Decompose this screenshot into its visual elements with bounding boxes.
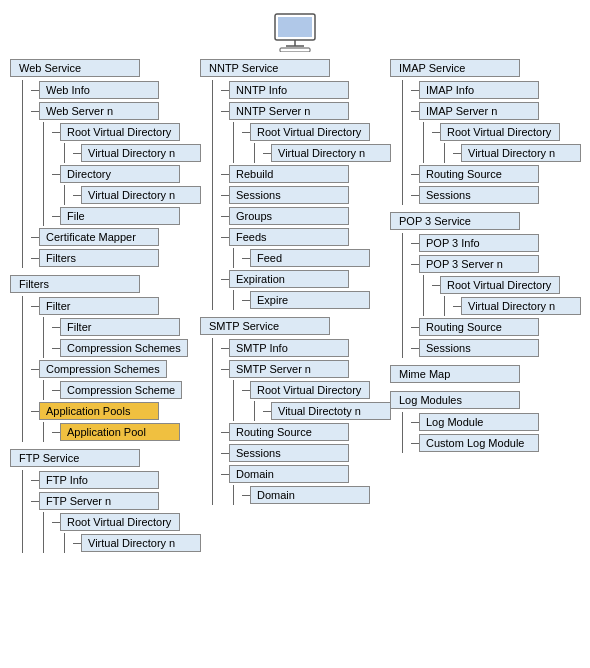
node-box: Filter: [39, 297, 159, 315]
svg-rect-1: [278, 17, 312, 37]
node-box: Domain: [250, 486, 370, 504]
tree-item: Root Virtual Directory: [432, 122, 580, 142]
tree-item: Certificate Mapper: [31, 227, 200, 247]
tree-item: Expiration: [221, 269, 390, 289]
tree-item: Routing Source: [221, 422, 390, 442]
section: SMTP ServiceSMTP InfoSMTP Server nRoot V…: [200, 315, 390, 506]
section: IMAP ServiceIMAP InfoIMAP Server nRoot V…: [390, 57, 580, 206]
section-header: FTP Service: [10, 449, 140, 467]
tree-item: SMTP Server n: [221, 359, 390, 379]
tree-item: Sessions: [411, 338, 580, 358]
node-box: Root Virtual Directory: [440, 276, 560, 294]
tree-item: Log Module: [411, 412, 580, 432]
tree-item: Web Server n: [31, 101, 200, 121]
section-header: POP 3 Service: [390, 212, 520, 230]
tree-item: Virtual Directory n: [453, 143, 580, 163]
tree-item: Virtual Directory n: [73, 533, 200, 553]
tree-item: FTP Server n: [31, 491, 200, 511]
tree-item: Groups: [221, 206, 390, 226]
node-box: SMTP Server n: [229, 360, 349, 378]
node-box: Filter: [60, 318, 180, 336]
node-box: Routing Source: [419, 165, 539, 183]
tree-item: Virtual Directory n: [453, 296, 580, 316]
section: FTP ServiceFTP InfoFTP Server nRoot Virt…: [10, 447, 200, 554]
tree-item: Routing Source: [411, 317, 580, 337]
tree-item: IMAP Info: [411, 80, 580, 100]
tree-item: Web Info: [31, 80, 200, 100]
tree-item: Root Virtual Directory: [432, 275, 580, 295]
node-box: POP 3 Server n: [419, 255, 539, 273]
tree-item: Domain: [242, 485, 390, 505]
tree-item: Application Pools: [31, 401, 200, 421]
column-2: NNTP ServiceNNTP InfoNNTP Server nRoot V…: [200, 57, 390, 510]
section: POP 3 ServicePOP 3 InfoPOP 3 Server nRoo…: [390, 210, 580, 359]
node-box: Expiration: [229, 270, 349, 288]
tree-item: Sessions: [411, 185, 580, 205]
node-box: File: [60, 207, 180, 225]
node-box: Sessions: [419, 186, 539, 204]
tree-item: Feed: [242, 248, 390, 268]
node-box: Web Info: [39, 81, 159, 99]
tree-item: Filter: [52, 317, 200, 337]
node-box: Virtual Directory n: [81, 534, 201, 552]
tree-item: Application Pool: [52, 422, 200, 442]
section: Mime Map: [390, 363, 580, 385]
tree-item: Root Virtual Directory: [52, 512, 200, 532]
section-header: NNTP Service: [200, 59, 330, 77]
node-box: NNTP Info: [229, 81, 349, 99]
tree-item: Filters: [31, 248, 200, 268]
column-1: Web ServiceWeb InfoWeb Server nRoot Virt…: [10, 57, 200, 558]
node-box: Virtual Directory n: [271, 144, 391, 162]
section-header: Web Service: [10, 59, 140, 77]
tree-item: Root Virtual Directory: [242, 380, 390, 400]
tree-item: NNTP Info: [221, 80, 390, 100]
node-box: Virtual Directory n: [81, 144, 201, 162]
section-header: Mime Map: [390, 365, 520, 383]
diagram: Web ServiceWeb InfoWeb Server nRoot Virt…: [0, 0, 590, 568]
tree-item: Routing Source: [411, 164, 580, 184]
node-box: Root Virtual Directory: [250, 123, 370, 141]
node-box: Routing Source: [419, 318, 539, 336]
tree-item: Virtual Directory n: [263, 143, 390, 163]
tree-item: Domain: [221, 464, 390, 484]
node-box: Virtual Directory n: [461, 297, 581, 315]
tree-item: Feeds: [221, 227, 390, 247]
node-box: NNTP Server n: [229, 102, 349, 120]
tree-item: Expire: [242, 290, 390, 310]
node-box: Compression Scheme: [60, 381, 182, 399]
node-box: Root Virtual Directory: [250, 381, 370, 399]
tree-item: Directory: [52, 164, 200, 184]
tree-item: SMTP Info: [221, 338, 390, 358]
svg-rect-4: [280, 48, 310, 52]
tree-item: Rebuild: [221, 164, 390, 184]
tree-item: Virtual Directory n: [73, 143, 200, 163]
tree-item: Compression Schemes: [52, 338, 200, 358]
node-box: FTP Info: [39, 471, 159, 489]
node-box: Sessions: [229, 186, 349, 204]
tree-item: IMAP Server n: [411, 101, 580, 121]
node-box: Vitual Directoty n: [271, 402, 391, 420]
node-box: Application Pool: [60, 423, 180, 441]
node-box: Compression Schemes: [39, 360, 167, 378]
computer-container: [10, 10, 580, 52]
node-box: Feed: [250, 249, 370, 267]
node-box: Certificate Mapper: [39, 228, 159, 246]
node-box: Virtual Directory n: [81, 186, 201, 204]
section: Web ServiceWeb InfoWeb Server nRoot Virt…: [10, 57, 200, 269]
tree-item: Virtual Directory n: [73, 185, 200, 205]
tree-item: NNTP Server n: [221, 101, 390, 121]
tree-item: Filter: [31, 296, 200, 316]
node-box: Routing Source: [229, 423, 349, 441]
node-box: Rebuild: [229, 165, 349, 183]
node-box: Domain: [229, 465, 349, 483]
tree-item: Root Virtual Directory: [242, 122, 390, 142]
node-box: FTP Server n: [39, 492, 159, 510]
node-box: Filters: [39, 249, 159, 267]
node-box: Sessions: [419, 339, 539, 357]
tree-item: Vitual Directoty n: [263, 401, 390, 421]
tree-item: FTP Info: [31, 470, 200, 490]
node-box: IMAP Info: [419, 81, 539, 99]
node-box: Directory: [60, 165, 180, 183]
column-3: IMAP ServiceIMAP InfoIMAP Server nRoot V…: [390, 57, 580, 458]
node-box: IMAP Server n: [419, 102, 539, 120]
